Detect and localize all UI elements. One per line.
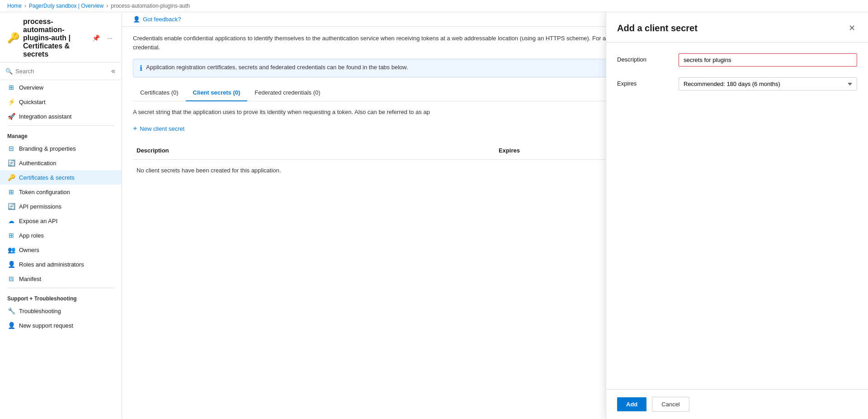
- description-input[interactable]: [679, 53, 857, 67]
- sidebar-item-troubleshooting[interactable]: 🔧 Troubleshooting: [0, 304, 122, 318]
- quickstart-icon: ⚡: [7, 98, 15, 105]
- sidebar-item-certificates[interactable]: 🔑 Certificates & secrets: [0, 170, 122, 185]
- panel-body: Description Expires Recommended: 180 day…: [606, 43, 868, 389]
- add-client-secret-panel: Add a client secret ✕ Description Expire…: [606, 12, 868, 419]
- nav-support: 🔧 Troubleshooting 👤 New support request: [0, 304, 122, 333]
- sidebar-label-new-support: New support request: [19, 322, 73, 329]
- feedback-icon: 👤: [133, 16, 140, 23]
- title-actions: 📌 ···: [90, 33, 114, 43]
- sidebar-label-quickstart: Quickstart: [19, 99, 46, 105]
- sidebar-item-integration[interactable]: 🚀 Integration assistant: [0, 109, 122, 124]
- breadcrumb-current: process-automation-plugins-auth: [111, 3, 190, 9]
- breadcrumb: Home › PagerDuty sandbox | Overview › pr…: [0, 0, 868, 12]
- description-label: Description: [617, 53, 671, 63]
- page-icon: 🔑: [7, 32, 19, 44]
- sidebar-item-token[interactable]: ⊞ Token configuration: [0, 185, 122, 199]
- sidebar-item-overview[interactable]: ⊞ Overview: [0, 80, 122, 95]
- sidebar-label-app-roles: App roles: [19, 232, 44, 239]
- panel-title: Add a client secret: [617, 23, 698, 33]
- new-secret-label: New client secret: [140, 125, 184, 132]
- sidebar-label-authentication: Authentication: [19, 160, 56, 167]
- plus-icon: +: [133, 124, 137, 133]
- cancel-button[interactable]: Cancel: [652, 397, 689, 412]
- sidebar-label-branding: Branding & properties: [19, 145, 76, 152]
- api-permissions-icon: 🔄: [7, 203, 15, 210]
- nav-divider-2: [7, 288, 114, 288]
- troubleshooting-icon: 🔧: [7, 307, 15, 314]
- expires-select[interactable]: Recommended: 180 days (6 months) 90 days…: [679, 77, 857, 90]
- sidebar-item-authentication[interactable]: 🔄 Authentication: [0, 156, 122, 170]
- sidebar-label-troubleshooting: Troubleshooting: [19, 308, 61, 314]
- panel-header: Add a client secret ✕: [606, 12, 868, 43]
- content-area: 👤 Got feedback? Credentials enable confi…: [122, 12, 868, 419]
- sidebar-label-manifest: Manifest: [19, 276, 41, 282]
- support-section-label: Support + Troubleshooting: [0, 290, 122, 304]
- sidebar-label-roles-admin: Roles and administrators: [19, 261, 84, 268]
- sidebar-item-owners[interactable]: 👥 Owners: [0, 243, 122, 257]
- sidebar-item-new-support[interactable]: 👤 New support request: [0, 318, 122, 333]
- expires-form-group: Expires Recommended: 180 days (6 months)…: [617, 77, 857, 90]
- collapse-button[interactable]: «: [110, 66, 116, 76]
- page-title: process-automation-plugins-auth | Certif…: [23, 18, 87, 58]
- sidebar: 🔑 process-automation-plugins-auth | Cert…: [0, 12, 122, 419]
- breadcrumb-home[interactable]: Home: [7, 3, 22, 9]
- overview-icon: ⊞: [7, 84, 15, 91]
- sidebar-item-api-permissions[interactable]: 🔄 API permissions: [0, 199, 122, 214]
- sidebar-item-expose-api[interactable]: ☁ Expose an API: [0, 214, 122, 228]
- app-roles-icon: ⊞: [7, 232, 15, 239]
- info-banner-icon: ℹ: [140, 64, 142, 72]
- sidebar-label-owners: Owners: [19, 247, 39, 253]
- page-title-area: 🔑 process-automation-plugins-auth | Cert…: [0, 12, 122, 62]
- tab-client-secrets[interactable]: Client secrets (0): [186, 85, 248, 101]
- manage-section-label: Manage: [0, 128, 122, 141]
- authentication-icon: 🔄: [7, 159, 15, 167]
- feedback-label[interactable]: Got feedback?: [143, 16, 181, 23]
- new-client-secret-button[interactable]: + New client secret: [133, 123, 184, 134]
- search-icon: 🔍: [5, 68, 13, 75]
- breadcrumb-sandbox[interactable]: PagerDuty sandbox | Overview: [29, 3, 104, 9]
- expose-api-icon: ☁: [7, 217, 15, 224]
- search-area: 🔍 «: [0, 62, 122, 80]
- sidebar-item-branding[interactable]: ⊟ Branding & properties: [0, 141, 122, 156]
- new-support-icon: 👤: [7, 322, 15, 329]
- add-button[interactable]: Add: [617, 397, 646, 411]
- manifest-icon: ⊟: [7, 275, 15, 282]
- tab-certificates[interactable]: Certificates (0): [133, 85, 186, 101]
- branding-icon: ⊟: [7, 145, 15, 152]
- certificates-icon: 🔑: [7, 174, 15, 181]
- info-banner-text: Application registration certificates, s…: [146, 64, 408, 71]
- nav-manage: ⊟ Branding & properties 🔄 Authentication…: [0, 141, 122, 286]
- tab-federated[interactable]: Federated credentials (0): [247, 85, 327, 101]
- sidebar-label-certificates: Certificates & secrets: [19, 174, 75, 181]
- panel-close-button[interactable]: ✕: [847, 21, 857, 35]
- col-header-description: Description: [133, 145, 495, 156]
- sidebar-item-quickstart[interactable]: ⚡ Quickstart: [0, 95, 122, 109]
- pin-button[interactable]: 📌: [90, 33, 102, 43]
- integration-icon: 🚀: [7, 113, 15, 120]
- nav-divider-1: [7, 125, 114, 126]
- sidebar-label-overview: Overview: [19, 84, 43, 91]
- sidebar-label-integration: Integration assistant: [19, 113, 71, 120]
- owners-icon: 👥: [7, 246, 15, 253]
- sidebar-item-roles-admin[interactable]: 👤 Roles and administrators: [0, 257, 122, 271]
- sidebar-item-app-roles[interactable]: ⊞ App roles: [0, 228, 122, 243]
- description-form-group: Description: [617, 53, 857, 67]
- token-icon: ⊞: [7, 188, 15, 195]
- sidebar-label-token: Token configuration: [19, 189, 70, 195]
- roles-admin-icon: 👤: [7, 261, 15, 268]
- sidebar-label-api-permissions: API permissions: [19, 203, 61, 210]
- sidebar-label-expose-api: Expose an API: [19, 218, 57, 224]
- panel-footer: Add Cancel: [606, 389, 868, 419]
- sidebar-item-manifest[interactable]: ⊟ Manifest: [0, 271, 122, 286]
- nav-top: ⊞ Overview ⚡ Quickstart 🚀 Integration as…: [0, 80, 122, 124]
- expires-label: Expires: [617, 77, 671, 87]
- search-input[interactable]: [15, 68, 108, 75]
- more-button[interactable]: ···: [105, 33, 114, 43]
